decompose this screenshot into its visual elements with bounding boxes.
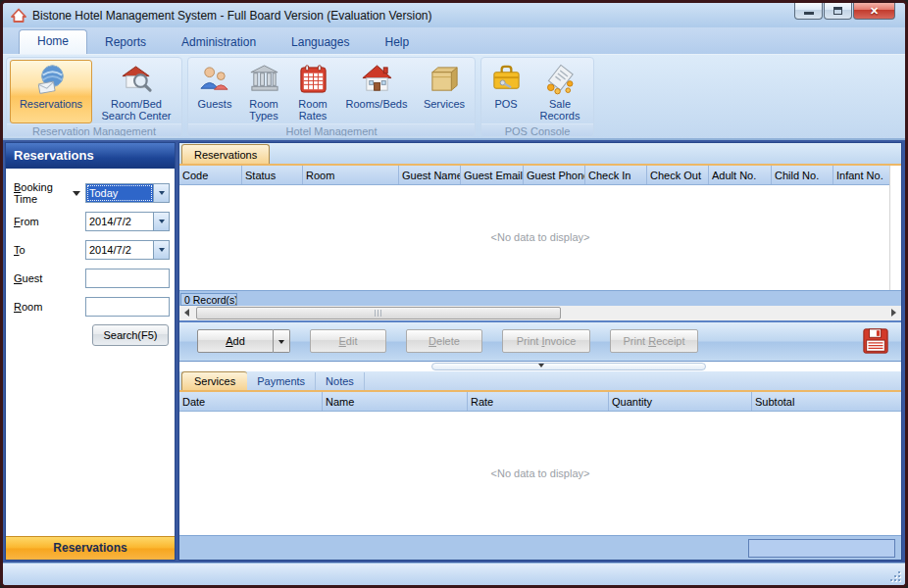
chevron-down-icon[interactable] (153, 241, 169, 259)
chevron-down-icon[interactable] (153, 213, 169, 230)
ribbon-button-services[interactable]: Services (417, 60, 472, 123)
ribbon-button-guests[interactable]: Guests (191, 60, 238, 123)
ribbon-button-rooms-beds[interactable]: Rooms/Beds (338, 60, 415, 123)
add-dropdown-arrow-icon[interactable] (274, 329, 290, 353)
ribbon-button-room-types[interactable]: Room Types (240, 60, 287, 123)
red-calendar-icon (297, 64, 329, 96)
tab-notes[interactable]: Notes (316, 372, 365, 390)
scrollbar-thumb[interactable] (196, 307, 561, 319)
column-header-guest-phone[interactable]: Guest Phone (524, 166, 585, 184)
ribbon-button-pos[interactable]: POS (484, 60, 528, 123)
print-receipt-button[interactable]: Print Receipt (610, 329, 698, 353)
ribbon-spacer (599, 57, 903, 137)
app-window: Bistone Hotel Management System - Full B… (0, 0, 908, 588)
home-icon (11, 8, 26, 24)
reservations-grid: Code Status Room Guest Name Guest Email … (179, 166, 901, 290)
close-button[interactable]: ✕ (853, 3, 895, 20)
column-header-subtotal[interactable]: Subtotal (752, 392, 901, 411)
guest-label: Guest (14, 272, 85, 284)
group-caption: Hotel Management (188, 123, 475, 137)
splitter-strip (179, 362, 901, 371)
grid-empty-message: <No data to display> (491, 231, 590, 243)
booking-time-label: Booking Time (14, 181, 73, 205)
column-header-rate[interactable]: Rate (468, 392, 609, 411)
detail-status-inset (748, 539, 895, 558)
tab-services[interactable]: Services (181, 371, 247, 390)
tab-languages[interactable]: Languages (274, 30, 367, 54)
column-header-name[interactable]: Name (323, 392, 468, 411)
column-header-infant-no[interactable]: Infant No. (833, 166, 895, 184)
to-date-picker[interactable]: 2014/7/2 (85, 240, 170, 260)
collapse-panel-handle[interactable] (431, 363, 706, 370)
nav-bar-reservations[interactable]: Reservations (6, 536, 175, 560)
booking-time-caret-icon[interactable] (73, 191, 80, 200)
chevron-down-icon (538, 364, 544, 370)
column-header-guest-email[interactable]: Guest Email (461, 166, 524, 184)
print-invoice-button[interactable]: Print Invoice (502, 329, 590, 353)
receipt-coins-icon (544, 64, 577, 96)
horizontal-scrollbar[interactable] (179, 306, 901, 320)
column-header-check-out[interactable]: Check Out (647, 166, 709, 184)
group-caption: Reservation Management (7, 123, 181, 137)
tan-box-icon (429, 64, 461, 96)
room-input[interactable] (85, 297, 170, 317)
grid-column-headers: Code Status Room Guest Name Guest Email … (179, 166, 901, 185)
scroll-right-arrow-icon[interactable] (886, 306, 901, 320)
house-search-icon (121, 64, 153, 96)
detail-grid-body: <No data to display> (179, 412, 901, 536)
ribbon-button-sale-records[interactable]: Sale Records (530, 60, 590, 123)
ribbon: Reservations Room/Bed Search Center Rese… (3, 54, 905, 140)
tab-payments[interactable]: Payments (247, 372, 316, 390)
tab-administration[interactable]: Administration (164, 30, 274, 54)
booking-time-select[interactable]: Today (85, 183, 170, 203)
from-row: From 2014/7/2 (14, 211, 170, 231)
search-button[interactable]: Search(F5) (92, 324, 169, 346)
guests-icon (199, 64, 231, 96)
booking-time-value: Today (86, 184, 153, 202)
ribbon-button-room-rates[interactable]: Room Rates (289, 60, 336, 123)
column-header-adult-no[interactable]: Adult No. (709, 166, 772, 184)
record-count: 0 Record(s) (180, 293, 237, 306)
column-header-check-in[interactable]: Check In (585, 166, 647, 184)
titlebar: Bistone Hotel Management System - Full B… (3, 3, 905, 27)
ribbon-button-label: Services (424, 98, 465, 110)
group-reservation-management: Reservations Room/Bed Search Center Rese… (6, 57, 182, 137)
column-header-status[interactable]: Status (242, 166, 303, 184)
edit-button[interactable]: Edit (310, 329, 386, 353)
delete-button[interactable]: Delete (406, 329, 482, 353)
column-header-child-no[interactable]: Child No. (772, 166, 833, 184)
maximize-button[interactable] (824, 3, 852, 20)
to-row: To 2014/7/2 (14, 239, 170, 260)
from-date-picker[interactable]: 2014/7/2 (85, 212, 170, 231)
column-header-code[interactable]: Code (179, 166, 242, 184)
booking-time-row: Booking Time Today (14, 182, 170, 203)
to-label: To (14, 244, 85, 256)
chevron-down-icon[interactable] (153, 184, 169, 202)
guest-input[interactable] (85, 269, 170, 288)
record-count-bar: 0 Record(s) (179, 290, 901, 306)
scroll-left-arrow-icon[interactable] (179, 306, 194, 320)
resize-grip[interactable] (887, 568, 901, 582)
globe-reservation-icon (35, 64, 68, 96)
column-header-date[interactable]: Date (179, 392, 323, 411)
red-house-icon (361, 64, 393, 96)
tab-help[interactable]: Help (367, 30, 427, 54)
ribbon-button-label: POS (494, 98, 517, 110)
vertical-scrollbar-track[interactable] (889, 166, 901, 290)
minimize-button[interactable] (794, 3, 823, 20)
ribbon-button-reservations[interactable]: Reservations (10, 60, 92, 123)
grid-body: <No data to display> (179, 185, 901, 290)
tab-reservations-grid[interactable]: Reservations (181, 144, 270, 164)
tab-reports[interactable]: Reports (87, 30, 164, 54)
close-icon: ✕ (870, 5, 879, 18)
detail-tabstrip: Services Payments Notes (179, 371, 901, 392)
column-header-quantity[interactable]: Quantity (609, 392, 752, 411)
column-header-guest-name[interactable]: Guest Name (399, 166, 461, 184)
ribbon-button-label: Rooms/Beds (346, 98, 408, 110)
tab-home[interactable]: Home (19, 29, 87, 54)
ribbon-button-room-bed-search-center[interactable]: Room/Bed Search Center (94, 60, 178, 123)
add-button[interactable]: Add (197, 329, 274, 353)
from-label: From (14, 216, 85, 227)
column-header-room[interactable]: Room (303, 166, 399, 184)
save-floppy-icon[interactable] (862, 327, 889, 355)
